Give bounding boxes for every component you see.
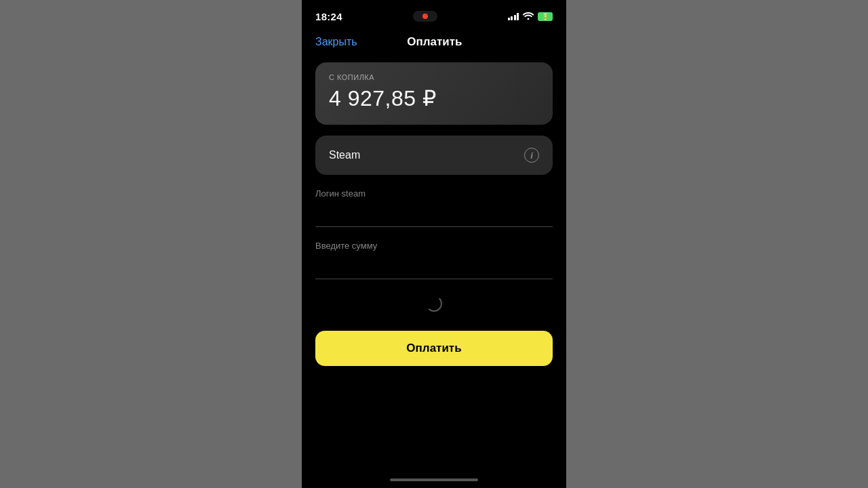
pay-button[interactable]: Оплатить bbox=[315, 331, 553, 366]
status-time: 18:24 bbox=[315, 11, 342, 22]
status-bar: 18:24 🔋 bbox=[302, 0, 566, 30]
home-indicator bbox=[302, 473, 566, 488]
status-icons: 🔋 bbox=[508, 12, 553, 22]
amount-underline bbox=[315, 279, 553, 279]
nav-bar: Закрыть Оплатить bbox=[302, 30, 566, 57]
info-icon[interactable]: i bbox=[524, 148, 539, 163]
balance-label: с КОПИЛКА bbox=[329, 73, 539, 81]
home-bar bbox=[390, 479, 478, 481]
loading-spinner-wrapper bbox=[315, 290, 553, 317]
service-name: Steam bbox=[329, 149, 360, 161]
login-label: Логин steam bbox=[315, 188, 553, 199]
main-content: с КОПИЛКА 4 927,85 ₽ Steam i Логин steam… bbox=[302, 57, 566, 473]
loading-spinner bbox=[426, 296, 442, 312]
service-card[interactable]: Steam i bbox=[315, 136, 553, 175]
signal-icon bbox=[508, 13, 519, 20]
balance-card[interactable]: с КОПИЛКА 4 927,85 ₽ bbox=[315, 62, 553, 125]
wifi-icon bbox=[523, 12, 534, 22]
close-button[interactable]: Закрыть bbox=[315, 36, 357, 48]
battery-icon: 🔋 bbox=[538, 12, 553, 21]
login-input[interactable] bbox=[315, 201, 553, 218]
login-underline bbox=[315, 226, 553, 227]
amount-input[interactable] bbox=[315, 253, 553, 270]
amount-label: Введите сумму bbox=[315, 241, 553, 251]
page-title: Оплатить bbox=[407, 35, 462, 49]
login-field: Логин steam bbox=[315, 188, 553, 227]
balance-amount: 4 927,85 ₽ bbox=[329, 85, 539, 111]
recording-dot bbox=[422, 14, 428, 19]
recording-pill bbox=[413, 11, 437, 22]
amount-field: Введите сумму bbox=[315, 241, 553, 279]
